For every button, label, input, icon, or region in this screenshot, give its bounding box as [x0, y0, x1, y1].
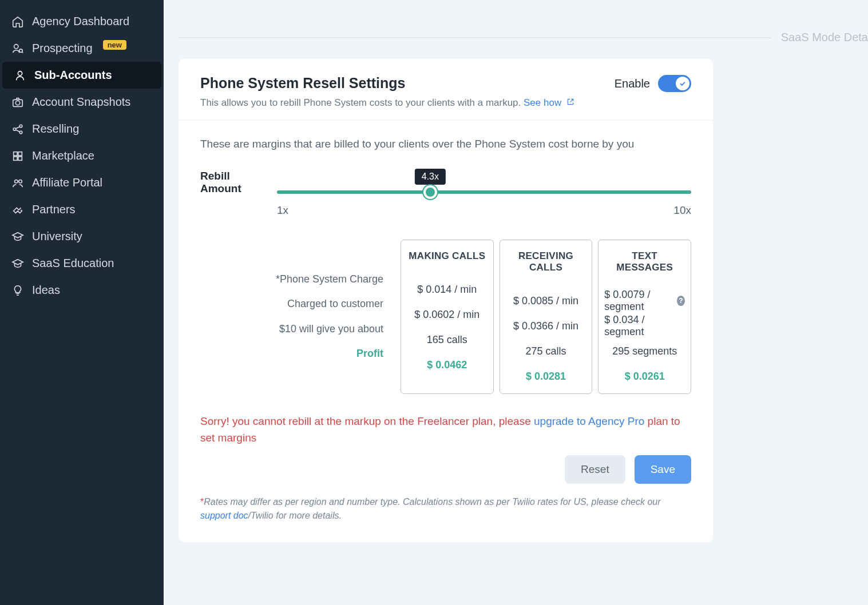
svg-rect-11 — [18, 156, 22, 160]
price-ten-dollar: 295 segments — [612, 344, 677, 358]
sidebar-item-label: Sub-Accounts — [34, 69, 112, 82]
section-label: SaaS Mode Deta — [771, 31, 868, 44]
slider-ticks: 1x 10x — [277, 204, 691, 217]
new-badge: new — [103, 40, 126, 50]
svg-point-12 — [15, 180, 18, 183]
bulb-icon — [11, 284, 24, 297]
sidebar-item-label: Agency Dashboard — [32, 15, 129, 28]
upgrade-warning: Sorry! you cannot rebill at the markup o… — [200, 413, 691, 446]
price-customer: $ 0.034 / segment — [604, 319, 685, 333]
rebill-slider[interactable]: 4.3x — [277, 171, 691, 194]
row-label-profit: Profit — [200, 347, 383, 360]
price-col-title: TEXT MESSAGES — [604, 250, 685, 273]
sidebar-item-label: Account Snapshots — [32, 95, 130, 109]
help-icon[interactable]: ? — [677, 296, 685, 306]
sidebar-item-reselling[interactable]: Reselling — [0, 116, 164, 142]
slider-thumb[interactable] — [423, 185, 437, 199]
svg-rect-9 — [18, 152, 22, 155]
section-divider: SaaS Mode Deta — [179, 31, 868, 44]
sidebar-item-account-snapshots[interactable]: Account Snapshots — [0, 89, 164, 116]
price-customer: $ 0.0602 / min — [414, 308, 479, 321]
slider-min: 1x — [277, 204, 288, 217]
footnote: *Rates may differ as per region and numb… — [200, 495, 691, 523]
sidebar-item-label: Partners — [32, 203, 76, 216]
row-label-ten-dollar: $10 will give you about — [200, 323, 383, 336]
action-buttons: Reset Save — [200, 455, 691, 484]
sidebar-item-label: Reselling — [32, 122, 79, 136]
svg-rect-10 — [14, 156, 17, 160]
sidebar-item-university[interactable]: University — [0, 223, 164, 250]
card-header: Phone System Resell Settings This allows… — [179, 59, 713, 121]
svg-point-1 — [19, 49, 23, 52]
svg-point-0 — [14, 44, 18, 48]
sidebar-item-label: Ideas — [32, 284, 60, 297]
grid-icon — [11, 150, 24, 162]
sidebar-item-ideas[interactable]: Ideas — [0, 277, 164, 304]
price-col-receiving-calls: RECEIVING CALLS $ 0.0085 / min $ 0.0366 … — [500, 240, 593, 394]
sidebar-item-sub-accounts[interactable]: Sub-Accounts — [2, 62, 161, 89]
see-how-link[interactable]: See how — [524, 97, 574, 108]
price-profit: $ 0.0462 — [427, 358, 467, 372]
price-charge: $ 0.0079 / segment ? — [604, 294, 685, 308]
price-charge: $ 0.0085 / min — [513, 294, 578, 308]
slider-tooltip: 4.3x — [415, 169, 446, 185]
graduation-icon — [11, 230, 24, 243]
enable-label: Enable — [615, 77, 650, 90]
save-button[interactable]: Save — [635, 455, 691, 484]
check-icon — [679, 79, 687, 87]
card-header-text: Phone System Resell Settings This allows… — [200, 75, 574, 109]
margin-description: These are margins that are billed to you… — [200, 138, 691, 150]
phone-resell-card: Phone System Resell Settings This allows… — [179, 59, 713, 542]
price-charge: $ 0.014 / min — [417, 282, 477, 296]
price-col-title: MAKING CALLS — [409, 250, 485, 262]
handshake-icon — [11, 204, 24, 216]
svg-point-4 — [15, 101, 19, 105]
sidebar-item-label: University — [32, 230, 82, 243]
card-title: Phone System Resell Settings — [200, 75, 574, 91]
user-search-icon — [11, 42, 24, 55]
sidebar-item-label: Marketplace — [32, 149, 94, 162]
upgrade-link[interactable]: upgrade to Agency Pro — [534, 415, 644, 427]
graduation-icon — [11, 257, 24, 270]
rebill-slider-row: Rebill Amount 4.3x — [200, 170, 691, 195]
price-col-title: RECEIVING CALLS — [506, 250, 586, 273]
share-icon — [11, 123, 24, 136]
sidebar-item-label: SaaS Education — [32, 257, 114, 270]
sidebar-item-saas-education[interactable]: SaaS Education — [0, 250, 164, 277]
sidebar: Agency Dashboard Prospecting new Sub-Acc… — [0, 0, 164, 605]
divider-line — [179, 37, 771, 38]
price-profit: $ 0.0261 — [625, 369, 665, 383]
enable-toggle[interactable] — [658, 75, 691, 92]
price-customer: $ 0.0366 / min — [513, 319, 578, 333]
external-link-icon — [566, 97, 574, 105]
pricing-row-labels: *Phone System Charge Charged to customer… — [200, 240, 395, 394]
main-content: SaaS Mode Deta Phone System Resell Setti… — [164, 0, 868, 605]
reset-button[interactable]: Reset — [565, 455, 625, 484]
price-ten-dollar: 275 calls — [525, 344, 566, 358]
sidebar-item-label: Prospecting — [32, 42, 93, 55]
app-layout: Agency Dashboard Prospecting new Sub-Acc… — [0, 0, 868, 605]
price-col-making-calls: MAKING CALLS $ 0.014 / min $ 0.0602 / mi… — [401, 240, 494, 394]
sidebar-item-marketplace[interactable]: Marketplace — [0, 142, 164, 169]
slider-label: Rebill Amount — [200, 170, 268, 195]
card-body: These are margins that are billed to you… — [179, 121, 713, 542]
sidebar-item-affiliate-portal[interactable]: Affiliate Portal — [0, 169, 164, 196]
price-ten-dollar: 165 calls — [427, 333, 467, 347]
users-icon — [11, 177, 24, 189]
sidebar-item-label: Affiliate Portal — [32, 176, 102, 189]
row-label-customer: Charged to customer — [200, 297, 383, 311]
svg-point-13 — [19, 180, 22, 183]
row-label-charge: *Phone System Charge — [200, 273, 383, 286]
sidebar-item-prospecting[interactable]: Prospecting new — [0, 35, 164, 62]
sidebar-item-partners[interactable]: Partners — [0, 196, 164, 223]
user-icon — [14, 69, 26, 82]
svg-rect-8 — [14, 152, 17, 155]
card-description: This allows you to rebill Phone System c… — [200, 97, 574, 109]
enable-toggle-group: Enable — [615, 75, 691, 92]
support-doc-link[interactable]: support doc — [200, 511, 248, 520]
slider-track — [277, 190, 691, 194]
price-col-text-messages: TEXT MESSAGES $ 0.0079 / segment ? $ 0.0… — [598, 240, 691, 394]
sidebar-item-agency-dashboard[interactable]: Agency Dashboard — [0, 8, 164, 35]
toggle-knob — [676, 77, 689, 90]
pricing-grid: *Phone System Charge Charged to customer… — [200, 240, 691, 394]
